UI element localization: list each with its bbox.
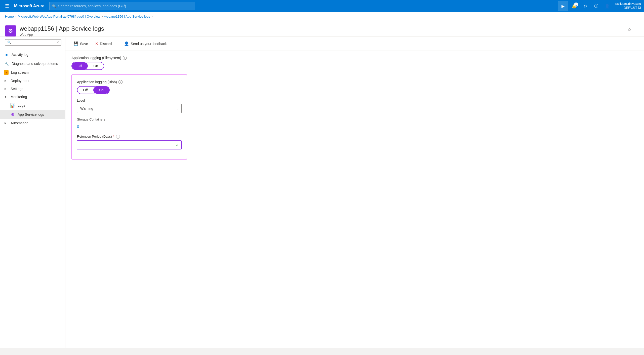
sidebar-item-log-stream[interactable]: ■ Log stream — [0, 68, 65, 77]
global-search-input[interactable] — [58, 4, 192, 8]
filesystem-info-icon[interactable]: i — [123, 56, 127, 60]
profile-icon[interactable]: 👤 — [602, 1, 612, 11]
retention-info-icon[interactable]: i — [116, 135, 120, 139]
retention-input-wrapper: 90 ✓ — [77, 140, 182, 149]
sidebar-item-monitoring[interactable]: ▼ Monitoring — [0, 93, 65, 101]
discard-icon: ✕ — [95, 41, 98, 46]
app-logging-filesystem-label: Application logging (Filesystem) i — [71, 56, 638, 60]
user-tenant: DEFAULT DI — [624, 6, 641, 10]
sidebar-search-clear[interactable]: ✕ — [57, 41, 59, 44]
app-logging-filesystem-text: Application logging (Filesystem) — [71, 56, 121, 60]
level-select[interactable]: Verbose Information Warning Error — [77, 104, 182, 113]
global-search-bar[interactable]: 🔍 — [49, 2, 195, 10]
page-header-actions: ☆ ⋯ — [627, 27, 639, 35]
feedback-label: Send us your feedback — [131, 42, 167, 46]
app-logging-blob-label: Application logging (Blob) i — [77, 80, 182, 84]
sidebar-item-label-deployment: Deployment — [11, 79, 29, 83]
form-content: Application logging (Filesystem) i Off O… — [65, 51, 644, 165]
discard-label: Discard — [100, 42, 112, 46]
user-name: ravikiransrinivasulu — [615, 2, 641, 6]
page-header: ⚙ webapp1156 | App Service logs Web App … — [0, 21, 644, 37]
sidebar-item-label-app-service-logs: App Service logs — [18, 112, 44, 116]
retention-period-input[interactable]: 90 — [77, 140, 182, 149]
content-area: 💾 Save ✕ Discard 👤 Send us your feedback… — [65, 37, 644, 348]
sidebar-search-icon: 🔍 — [7, 41, 11, 44]
app-service-logs-icon: ⚙ — [10, 112, 15, 117]
breadcrumb-sep-3: › — [152, 15, 153, 18]
retention-required-mark: * — [113, 135, 114, 138]
breadcrumb-current[interactable]: webapp1156 | App Service logs — [104, 15, 150, 18]
app-logging-filesystem-group: Application logging (Filesystem) i Off O… — [71, 56, 638, 70]
toolbar: 💾 Save ✕ Discard 👤 Send us your feedback — [65, 37, 644, 51]
top-navigation: ☰ Microsoft Azure 🔍 ▶ 🔔 1 ⚙ ⓘ 👤 ravikira… — [0, 0, 644, 12]
breadcrumb-sep-2: › — [102, 15, 103, 18]
sidebar-search[interactable]: 🔍 logs ✕ — [5, 39, 61, 46]
hamburger-menu[interactable]: ☰ — [3, 2, 11, 10]
sidebar-item-app-service-logs[interactable]: ⚙ App Service logs — [0, 110, 65, 119]
blob-toggle-on[interactable]: On — [93, 87, 109, 94]
monitoring-chevron: ▼ — [4, 95, 7, 99]
more-options-icon[interactable]: ⋯ — [634, 27, 639, 32]
settings-chevron: ► — [4, 87, 7, 91]
level-label: Level — [77, 99, 182, 102]
retention-period-group: Retention Period (Days) * i 90 ✓ — [77, 135, 182, 149]
sidebar-item-activity-log[interactable]: ■ Activity log — [0, 50, 65, 59]
save-icon: 💾 — [73, 41, 78, 46]
terminal-icon[interactable]: ▶ — [558, 1, 568, 11]
breadcrumb-home[interactable]: Home — [5, 15, 14, 18]
settings-icon[interactable]: ⚙ — [580, 1, 590, 11]
user-info[interactable]: ravikiransrinivasulu DEFAULT DI — [615, 2, 641, 10]
diagnose-icon: 🔧 — [4, 61, 9, 66]
storage-containers-value[interactable]: 0 — [77, 123, 182, 130]
page-icon-char: ⚙ — [8, 28, 13, 34]
app-logging-filesystem-toggle[interactable]: Off On — [71, 62, 104, 70]
favorite-icon[interactable]: ☆ — [627, 27, 631, 32]
sidebar-item-label-activity-log: Activity log — [12, 53, 28, 57]
deployment-chevron: ► — [4, 79, 7, 83]
sidebar-item-logs[interactable]: 📊 Logs — [0, 101, 65, 110]
filesystem-toggle-off[interactable]: Off — [72, 62, 88, 69]
retention-period-label: Retention Period (Days) * i — [77, 135, 182, 139]
app-logging-blob-group: Application logging (Blob) i Off On — [77, 80, 182, 94]
breadcrumb-sep-1: › — [15, 15, 16, 18]
help-icon[interactable]: ⓘ — [591, 1, 601, 11]
sidebar-item-label-diagnose: Diagnose and solve problems — [12, 62, 58, 66]
retention-valid-icon: ✓ — [176, 142, 179, 147]
page-title-block: webapp1156 | App Service logs Web App — [20, 25, 624, 36]
brand-logo: Microsoft Azure — [14, 4, 44, 8]
filesystem-toggle-on[interactable]: On — [88, 62, 104, 69]
blob-toggle-off[interactable]: Off — [77, 87, 93, 94]
sidebar-item-label-settings: Settings — [11, 87, 23, 91]
feedback-icon: 👤 — [124, 41, 129, 46]
toolbar-divider — [118, 41, 118, 47]
app-logging-blob-toggle[interactable]: Off On — [77, 86, 110, 94]
level-select-wrapper: Verbose Information Warning Error ⌄ — [77, 104, 182, 113]
sidebar-item-automation[interactable]: ► Automation — [0, 119, 65, 127]
page-subtitle: Web App — [20, 33, 624, 36]
sidebar-item-diagnose[interactable]: 🔧 Diagnose and solve problems — [0, 59, 65, 68]
app-logging-blob-text: Application logging (Blob) — [77, 80, 117, 84]
sidebar-item-label-monitoring: Monitoring — [11, 95, 27, 99]
main-layout: 🔍 logs ✕ ◇ « ■ Activity log 🔧 Diagnose a… — [0, 37, 644, 348]
log-stream-icon: ■ — [4, 70, 9, 75]
sidebar-item-settings[interactable]: ► Settings — [0, 85, 65, 93]
sidebar-item-label-log-stream: Log stream — [11, 70, 29, 74]
feedback-button[interactable]: 👤 Send us your feedback — [121, 40, 170, 48]
storage-containers-group: Storage Containers 0 — [77, 117, 182, 130]
breadcrumb-portal[interactable]: Microsoft.Web-WebApp-Portal-aef0798f-bae… — [18, 15, 100, 18]
save-button[interactable]: 💾 Save — [70, 40, 91, 48]
level-group: Level Verbose Information Warning Error … — [77, 99, 182, 113]
notifications-icon[interactable]: 🔔 1 — [569, 1, 579, 11]
sidebar-search-input[interactable]: logs — [13, 41, 55, 44]
breadcrumb: Home › Microsoft.Web-WebApp-Portal-aef07… — [0, 12, 644, 21]
notification-badge: 1 — [574, 3, 578, 7]
logs-icon: 📊 — [10, 103, 15, 108]
search-icon: 🔍 — [52, 4, 56, 8]
discard-button[interactable]: ✕ Discard — [92, 40, 115, 48]
sidebar-item-label-logs: Logs — [18, 103, 25, 107]
activity-log-icon: ■ — [4, 52, 9, 57]
blob-info-icon[interactable]: i — [118, 80, 123, 84]
sidebar-item-deployment[interactable]: ► Deployment — [0, 77, 65, 85]
page-title: webapp1156 | App Service logs — [20, 25, 624, 32]
sidebar-item-label-automation: Automation — [11, 121, 28, 125]
